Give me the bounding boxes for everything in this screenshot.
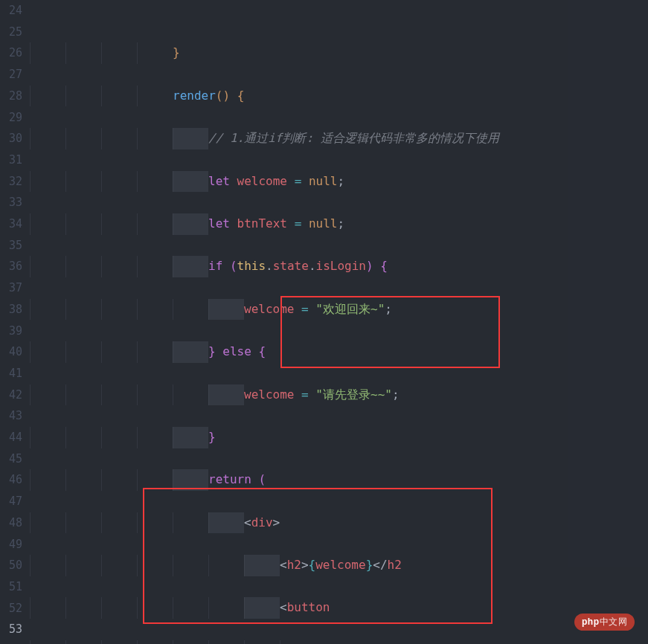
line-number: 35: [4, 235, 22, 257]
code-line: return (: [30, 469, 648, 491]
line-number: 40: [4, 341, 22, 363]
line-number: 45: [4, 448, 22, 470]
line-number: 27: [4, 64, 22, 86]
watermark-logo: php中文网: [574, 614, 635, 631]
code-line: // 1.通过if判断: 适合逻辑代码非常多的情况下使用: [30, 128, 648, 149]
code-line: }: [30, 42, 648, 64]
code-line: <div>: [30, 512, 648, 534]
line-number: 41: [4, 363, 22, 384]
line-number: 46: [4, 469, 22, 491]
code-editor[interactable]: 2425262728293031323334353637383940414243…: [0, 0, 648, 644]
line-number: 36: [4, 256, 22, 277]
line-number: 50: [4, 555, 22, 576]
code-line: let welcome = null;: [30, 171, 648, 193]
line-number: 32: [4, 171, 22, 193]
line-number: 39: [4, 321, 22, 342]
line-number: 26: [4, 42, 22, 64]
line-number: 52: [4, 598, 22, 619]
code-line: <h2>{welcome}</h2: [30, 555, 648, 576]
line-number: 37: [4, 277, 22, 299]
code-line: let btnText = null;: [30, 213, 648, 235]
line-number: 33: [4, 192, 22, 213]
line-number: 49: [4, 534, 22, 556]
code-line: } else {: [30, 341, 648, 363]
line-number: 51: [4, 576, 22, 598]
code-line: }: [30, 427, 648, 448]
line-number: 43: [4, 405, 22, 427]
line-number: 24: [4, 0, 22, 22]
code-line: welcome = "欢迎回来~";: [30, 299, 648, 321]
line-number: 44: [4, 427, 22, 448]
line-number: 34: [4, 213, 22, 235]
line-number: 53: [4, 619, 22, 640]
code-line: onClick={(e) => {: [30, 640, 648, 644]
code-line: if (this.state.isLogin) {: [30, 256, 648, 277]
code-line: welcome = "请先登录~~";: [30, 384, 648, 406]
line-number: 30: [4, 128, 22, 149]
line-number: 29: [4, 107, 22, 129]
code-area[interactable]: } render() { // 1.通过if判断: 适合逻辑代码非常多的情况下使…: [30, 0, 648, 644]
line-number-gutter: 2425262728293031323334353637383940414243…: [0, 0, 30, 644]
line-number: 28: [4, 86, 22, 107]
code-line: <button: [30, 597, 648, 619]
line-number: 38: [4, 299, 22, 321]
line-number: 48: [4, 512, 22, 534]
line-number: 42: [4, 384, 22, 406]
line-number: 47: [4, 491, 22, 512]
code-line: render() {: [30, 86, 648, 107]
line-number: 31: [4, 149, 22, 171]
line-number: 25: [4, 22, 22, 43]
